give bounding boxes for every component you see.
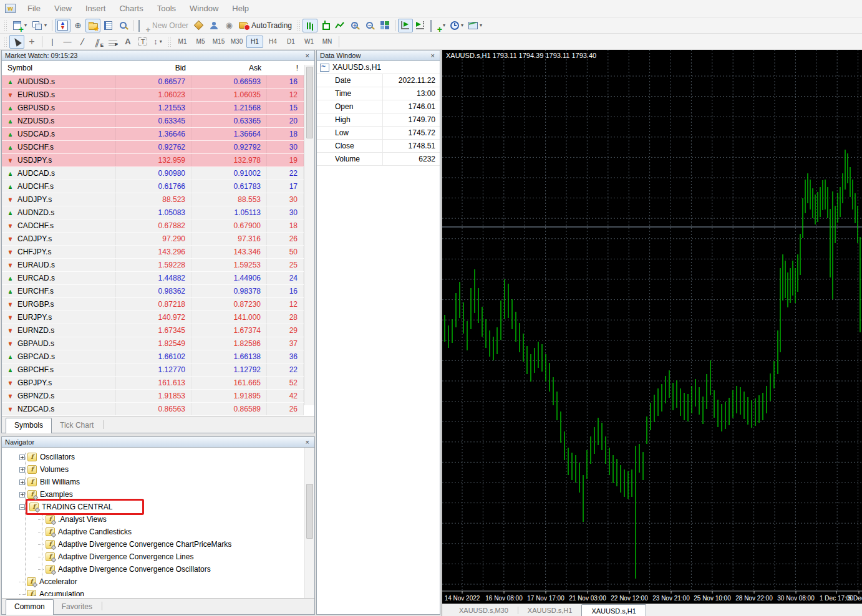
market-watch-row-audcad.s[interactable]: ▲AUDCAD.s0.909800.9100222 <box>2 167 304 180</box>
chart-canvas[interactable]: 14 Nov 202216 Nov 08:0017 Nov 17:0021 No… <box>442 50 862 604</box>
timeframe-button-h1[interactable]: H1 <box>246 36 263 48</box>
market-watch-row-audnzd.s[interactable]: ▲AUDNZD.s1.050831.0511330 <box>2 206 304 219</box>
metaeditor-button[interactable] <box>191 19 206 32</box>
menu-item-view[interactable]: View <box>47 1 79 16</box>
arrows-tool-button[interactable]: ↕ ▾ <box>150 35 165 49</box>
templates-button[interactable]: ▾ <box>466 19 485 32</box>
chart-tab-2[interactable]: XAUUSD.s,H1 <box>581 604 646 616</box>
line-chart-mode-button[interactable] <box>332 19 347 32</box>
timeframe-button-m15[interactable]: M15 <box>210 36 227 48</box>
column-header-ask[interactable]: Ask <box>191 64 267 72</box>
timeframe-button-m30[interactable]: M30 <box>228 36 245 48</box>
column-header-spread[interactable]: ! <box>267 64 304 72</box>
candlestick-mode-button[interactable] <box>317 19 332 32</box>
close-icon[interactable]: × <box>429 52 437 60</box>
market-watch-row-gbpaud.s[interactable]: ▼GBPAUD.s1.825491.8258637 <box>2 337 304 350</box>
close-icon[interactable]: × <box>304 438 311 446</box>
navigator-item-volumes[interactable]: fVolumes <box>2 463 314 476</box>
text-tool-button[interactable]: A <box>120 35 135 49</box>
scrollbar-thumb[interactable] <box>306 484 313 539</box>
market-watch-row-eurchf.s[interactable]: ▲EURCHF.s0.983620.9837816 <box>2 285 304 298</box>
navigator-item--analyst-views[interactable]: f.Analyst Views <box>2 513 314 526</box>
market-watch-row-gbpjpy.s[interactable]: ▼GBPJPY.s161.613161.66552 <box>2 377 304 390</box>
collapse-icon[interactable] <box>19 504 25 510</box>
navigator-item-bill-williams[interactable]: fBill Williams <box>2 476 314 488</box>
market-watch-row-gbpusd.s[interactable]: ▲GBPUSD.s1.215531.2156815 <box>2 102 304 115</box>
market-watch-row-eurnzd.s[interactable]: ▼EURNZD.s1.673451.6737429 <box>2 324 304 337</box>
cursor-tool-button[interactable] <box>9 35 24 49</box>
data-window-toggle-button[interactable]: ⊕ <box>70 19 85 32</box>
timeframe-button-h4[interactable]: H4 <box>264 36 281 48</box>
bar-chart-mode-button[interactable] <box>303 19 317 32</box>
horizontal-line-tool-button[interactable]: — <box>60 35 75 49</box>
toolbar-grip[interactable] <box>4 36 7 47</box>
zoom-out-button[interactable]: − <box>362 19 377 32</box>
market-watch-toggle-button[interactable]: ▲▼ <box>55 19 70 32</box>
expand-icon[interactable] <box>19 455 25 460</box>
expand-icon[interactable] <box>19 492 25 498</box>
timeframe-button-w1[interactable]: W1 <box>301 36 317 48</box>
market-watch-row-eurjpy.s[interactable]: ▼EURJPY.s140.972141.00028 <box>2 311 304 324</box>
text-label-tool-button[interactable]: T <box>135 35 150 49</box>
menu-item-tools[interactable]: Tools <box>150 1 183 16</box>
strategy-tester-button[interactable] <box>115 19 130 32</box>
navigator-tab-favorites[interactable]: Favorites <box>54 600 100 614</box>
profiles-button[interactable]: ▾ <box>29 19 49 32</box>
chart-tab-0[interactable]: XAUUSD.s,M30 <box>450 604 518 616</box>
market-watch-row-audchf.s[interactable]: ▲AUDCHF.s0.617660.6178317 <box>2 180 304 193</box>
menu-item-file[interactable]: File <box>21 1 47 16</box>
periods-button[interactable]: ▾ <box>448 19 466 32</box>
market-watch-row-usdchf.s[interactable]: ▲USDCHF.s0.927620.9279230 <box>2 141 304 154</box>
new-chart-button[interactable]: + ▾ <box>9 19 29 32</box>
market-watch-row-usdjpy.s[interactable]: ▼USDJPY.s132.959132.97819 <box>2 154 304 167</box>
expand-icon[interactable] <box>19 467 25 473</box>
menu-item-insert[interactable]: Insert <box>79 1 113 16</box>
market-watch-row-cadchf.s[interactable]: ▼CADCHF.s0.678820.6790018 <box>2 219 304 233</box>
timeframe-button-m5[interactable]: M5 <box>192 36 209 48</box>
navigator-item-adaptive-candlesticks[interactable]: fAdaptive Candlesticks <box>2 526 314 538</box>
equidistant-channel-tool-button[interactable]: ∥ E <box>90 35 105 49</box>
navigator-scrollbar[interactable] <box>304 448 314 599</box>
market-watch-tab-symbols[interactable]: Symbols <box>6 418 52 433</box>
timeframe-button-mn[interactable]: MN <box>319 36 336 48</box>
market-watch-row-chfjpy.s[interactable]: ▼CHFJPY.s143.296143.34650 <box>2 246 304 259</box>
market-watch-row-eurcad.s[interactable]: ▲EURCAD.s1.448821.4490624 <box>2 272 304 285</box>
market-watch-row-eurusd.s[interactable]: ▼EURUSD.s1.060231.0603512 <box>2 89 304 102</box>
market-watch-tab-tick-chart[interactable]: Tick Chart <box>52 418 102 433</box>
community-button[interactable] <box>206 19 221 32</box>
timeframe-button-d1[interactable]: D1 <box>283 36 299 48</box>
terminal-toggle-button[interactable] <box>100 19 115 32</box>
indicators-button[interactable]: + ▾ <box>428 19 448 32</box>
market-watch-row-gbpchf.s[interactable]: ▲GBPCHF.s1.127701.1279222 <box>2 363 304 377</box>
market-watch-row-euraud.s[interactable]: ▼EURAUD.s1.592281.5925325 <box>2 259 304 272</box>
news-button[interactable]: ◉ <box>221 19 236 32</box>
market-watch-row-gbpcad.s[interactable]: ▲GBPCAD.s1.661021.6613836 <box>2 350 304 363</box>
chart-shift-button[interactable] <box>413 19 428 32</box>
chart-tab-1[interactable]: XAUUSD.s,H1 <box>518 604 582 616</box>
auto-scroll-button[interactable] <box>398 19 413 32</box>
crosshair-tool-button[interactable]: + <box>24 35 39 49</box>
expand-icon[interactable] <box>19 479 25 485</box>
trendline-tool-button[interactable]: / <box>75 35 90 49</box>
column-header-bid[interactable]: Bid <box>116 64 191 72</box>
menu-item-charts[interactable]: Charts <box>112 1 150 16</box>
navigator-item-trading-central[interactable]: fTRADING CENTRAL <box>2 501 314 513</box>
market-watch-row-cadjpy.s[interactable]: ▼CADJPY.s97.29097.31626 <box>2 233 304 246</box>
navigator-item-accelerator[interactable]: fAccelerator <box>2 575 314 588</box>
toolbar-grip[interactable] <box>297 20 300 31</box>
toolbar-grip[interactable] <box>168 36 171 47</box>
navigator-item-adaptive-divergence-convergence-lines[interactable]: fAdaptive Divergence Convergence Lines <box>2 551 314 563</box>
close-icon[interactable]: × <box>304 52 311 60</box>
market-watch-row-audusd.s[interactable]: ▲AUDUSD.s0.665770.6659316 <box>2 75 304 89</box>
market-watch-row-nzdusd.s[interactable]: ▲NZDUSD.s0.633450.6336520 <box>2 115 304 128</box>
navigator-tab-common[interactable]: Common <box>6 599 54 615</box>
column-header-symbol[interactable]: Symbol <box>2 64 116 72</box>
market-watch-row-usdcad.s[interactable]: ▲USDCAD.s1.366461.3666418 <box>2 128 304 141</box>
fibonacci-tool-button[interactable]: F <box>105 35 120 49</box>
navigator-item-oscillators[interactable]: fOscillators <box>2 451 314 463</box>
new-order-button[interactable]: + New Order <box>136 19 191 32</box>
market-watch-row-audjpy.s[interactable]: ▼AUDJPY.s88.52388.55330 <box>2 193 304 206</box>
navigator-item-adaptive-divergence-convergence-oscillators[interactable]: fAdaptive Divergence Convergence Oscilla… <box>2 563 314 575</box>
timeframe-button-m1[interactable]: M1 <box>174 36 191 48</box>
autotrading-button[interactable]: AutoTrading <box>236 19 294 32</box>
